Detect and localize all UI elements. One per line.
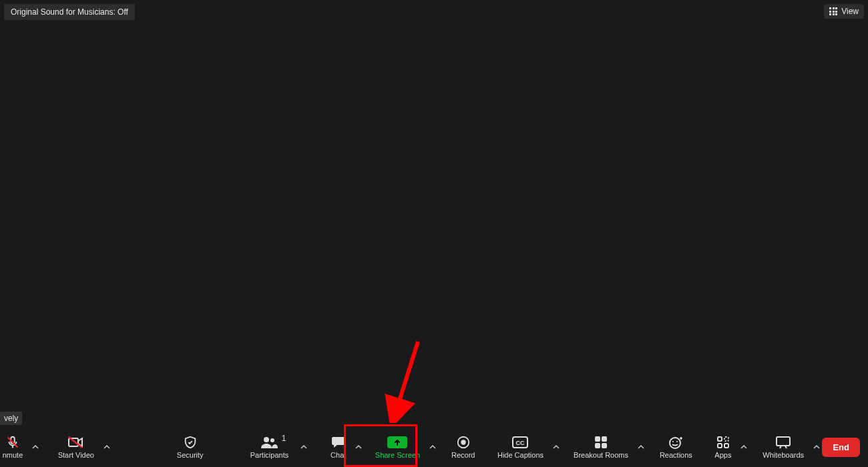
mute-button[interactable]: nmute — [0, 427, 29, 467]
captions-button[interactable]: CC Hide Captions — [491, 427, 550, 467]
chat-label: Chat — [331, 451, 346, 459]
record-button[interactable]: Record — [445, 427, 481, 467]
svg-rect-22 — [724, 444, 728, 448]
breakout-rooms-label: Breakout Rooms — [574, 451, 628, 459]
apps-options-caret[interactable] — [738, 427, 749, 467]
svg-text:CC: CC — [516, 440, 525, 446]
start-video-label: Start Video — [58, 451, 94, 459]
participants-icon: 1 — [259, 435, 279, 450]
meeting-toolbar: nmute Start Video Security — [0, 427, 868, 467]
apps-label: Apps — [714, 451, 731, 459]
svg-rect-19 — [718, 437, 722, 441]
annotation-arrow — [385, 339, 425, 423]
view-button[interactable]: View — [824, 4, 864, 19]
record-icon — [456, 435, 471, 450]
original-sound-label: Original Sound for Musicians: Off — [11, 7, 128, 17]
microphone-muted-icon — [5, 435, 20, 450]
grid-icon — [829, 7, 837, 15]
captions-label: Hide Captions — [497, 451, 544, 459]
reactions-button[interactable]: Reactions — [653, 427, 699, 467]
mute-label: nmute — [3, 451, 23, 459]
svg-rect-15 — [602, 443, 607, 448]
participant-name-tag: vely — [0, 412, 22, 425]
end-label: End — [833, 442, 849, 452]
svg-line-0 — [395, 342, 418, 414]
whiteboards-options-caret[interactable] — [811, 427, 822, 467]
apps-button[interactable]: Apps — [708, 427, 738, 467]
start-video-button[interactable]: Start Video — [51, 427, 101, 467]
whiteboard-icon — [775, 435, 792, 450]
breakout-options-caret[interactable] — [635, 427, 646, 467]
whiteboards-label: Whiteboards — [763, 451, 804, 459]
camera-off-icon — [67, 435, 85, 450]
captions-options-caret[interactable] — [550, 427, 562, 467]
svg-point-6 — [264, 437, 269, 442]
svg-point-16 — [670, 438, 680, 448]
video-options-caret[interactable] — [101, 427, 112, 467]
apps-icon — [716, 435, 730, 450]
share-screen-options-caret[interactable] — [427, 427, 438, 467]
security-label: Security — [177, 451, 204, 459]
shield-icon — [183, 435, 198, 450]
svg-point-9 — [461, 440, 465, 444]
end-meeting-button[interactable]: End — [822, 438, 860, 457]
svg-rect-13 — [602, 436, 607, 442]
chat-button[interactable]: Chat — [324, 427, 353, 467]
record-label: Record — [451, 451, 475, 459]
share-screen-button[interactable]: Share Screen — [369, 427, 427, 467]
original-sound-toggle[interactable]: Original Sound for Musicians: Off — [4, 4, 135, 20]
view-label: View — [841, 7, 859, 16]
participant-name-text: vely — [4, 414, 18, 423]
reactions-label: Reactions — [660, 451, 692, 459]
svg-point-17 — [672, 441, 674, 442]
svg-rect-14 — [595, 443, 600, 448]
share-screen-label: Share Screen — [375, 451, 420, 459]
chat-icon — [331, 435, 347, 450]
breakout-rooms-icon — [594, 435, 608, 450]
participant-count: 1 — [282, 434, 286, 443]
mute-options-caret[interactable] — [29, 427, 41, 467]
share-screen-icon — [387, 435, 407, 450]
participants-label: Participants — [250, 451, 288, 459]
svg-point-18 — [676, 441, 678, 442]
svg-point-7 — [270, 438, 274, 442]
svg-rect-21 — [718, 444, 722, 448]
reactions-icon — [668, 435, 684, 450]
security-button[interactable]: Security — [170, 427, 210, 467]
svg-rect-20 — [724, 437, 728, 441]
captions-icon: CC — [511, 435, 529, 450]
participants-button[interactable]: 1 Participants — [241, 427, 298, 467]
chat-options-caret[interactable] — [353, 427, 365, 467]
svg-rect-12 — [595, 436, 600, 442]
svg-rect-23 — [777, 437, 790, 446]
participants-options-caret[interactable] — [298, 427, 309, 467]
breakout-rooms-button[interactable]: Breakout Rooms — [567, 427, 635, 467]
whiteboards-button[interactable]: Whiteboards — [756, 427, 811, 467]
